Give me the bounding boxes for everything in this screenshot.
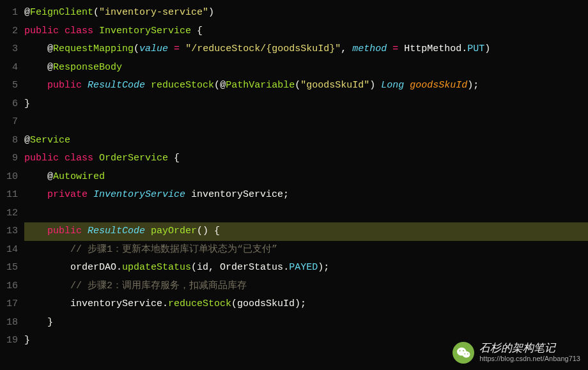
token-type: method [352, 43, 392, 54]
code-line [24, 113, 588, 132]
code-line: public ResultCode reduceStock(@PathVaria… [24, 77, 588, 95]
token-fn: reduceStock [168, 298, 231, 309]
token-kw: private [47, 189, 88, 200]
line-number: 7 [0, 113, 18, 132]
token-fn: Service [30, 135, 70, 146]
token-punc: ) [369, 80, 381, 91]
token-punc: () { [197, 226, 220, 236]
line-number: 16 [0, 277, 18, 296]
code-line: public class InventoryService { [24, 22, 588, 41]
token-punc [93, 153, 99, 164]
line-number: 10 [0, 168, 18, 187]
token-punc: , [341, 43, 352, 54]
token-kw: public [24, 153, 59, 164]
token-id: orderDAO [70, 262, 116, 273]
code-line [24, 204, 588, 223]
token-punc [145, 80, 151, 91]
token-punc: @ [47, 43, 53, 54]
token-punc: @ [24, 135, 30, 146]
svg-point-1 [463, 351, 470, 358]
token-kw: public [47, 226, 82, 236]
token-punc [180, 43, 185, 54]
token-punc [145, 226, 151, 236]
line-number: 2 [0, 22, 18, 41]
code-line: } [24, 95, 588, 114]
code-line: private InventoryService inventoryServic… [24, 186, 588, 204]
token-op: = [174, 43, 180, 54]
code-line: @ResponseBody [24, 59, 588, 77]
token-type: value [139, 43, 174, 54]
line-number: 19 [0, 332, 18, 350]
token-punc: . [162, 298, 168, 309]
token-punc: . [116, 262, 122, 273]
token-type: InventoryService [93, 189, 185, 200]
token-punc [93, 26, 99, 36]
token-punc: { [191, 26, 203, 36]
token-punc: @ [24, 7, 30, 18]
line-number: 14 [0, 241, 18, 259]
token-fn: updateStatus [122, 262, 191, 273]
code-line: orderDAO.updateStatus(id, OrderStatus.PA… [24, 259, 588, 277]
svg-point-4 [465, 353, 466, 355]
line-number: 18 [0, 314, 18, 332]
token-comment: // 步骤1：更新本地数据库订单状态为“已支付” [70, 244, 277, 255]
token-type: Long [381, 80, 404, 91]
token-punc: @ [47, 171, 53, 182]
token-punc: @ [47, 62, 53, 73]
token-punc: ( [295, 80, 300, 91]
token-punc [82, 80, 88, 91]
code-line: @Autowired [24, 168, 588, 187]
token-op: = [392, 43, 398, 54]
token-punc: ) [484, 43, 490, 54]
code-line: inventoryService.reduceStock(goodsSkuId)… [24, 295, 588, 314]
token-fn: FeignClient [30, 7, 93, 18]
token-var: goodsSkuId [410, 80, 467, 91]
token-punc: (id, [191, 262, 220, 273]
code-line: // 步骤1：更新本地数据库订单状态为“已支付” [24, 241, 588, 259]
token-punc: inventoryService; [185, 189, 289, 200]
code-line: @FeignClient("inventory-service") [24, 4, 588, 22]
token-fn: RequestMapping [53, 43, 134, 54]
token-fn: InventoryService [99, 26, 191, 36]
wechat-icon [453, 342, 474, 364]
token-punc: ) [208, 7, 214, 18]
token-fn: reduceStock [151, 80, 214, 91]
token-fn: payOrder [151, 226, 197, 236]
token-punc [404, 80, 410, 91]
token-fn: ResponseBody [53, 62, 122, 73]
watermark-title: 石杉的架构笔记 [479, 343, 580, 355]
token-punc: ); [318, 262, 329, 273]
token-punc: } [24, 335, 30, 346]
token-str: "goodsSkuId" [300, 80, 369, 91]
token-kw: class [65, 26, 93, 36]
svg-point-3 [463, 350, 464, 351]
code-line: public class OrderService { [24, 150, 588, 168]
token-punc: @ [220, 80, 226, 91]
token-punc: ( [214, 80, 220, 91]
token-punc: } [47, 317, 53, 328]
watermark-url: https://blog.csdn.net/Anbang713 [479, 355, 580, 363]
line-number: 17 [0, 295, 18, 314]
token-kw: public [24, 26, 59, 36]
token-fn: Autowired [53, 171, 105, 182]
token-const: PAYED [289, 262, 318, 273]
line-number: 8 [0, 132, 18, 150]
token-punc: . [283, 262, 289, 273]
token-fn: PathVariable [226, 80, 295, 91]
line-number: 4 [0, 59, 18, 77]
token-punc: } [24, 98, 30, 109]
token-punc [398, 43, 404, 54]
token-str: "inventory-service" [99, 7, 208, 18]
token-punc: . [461, 43, 467, 54]
code-line: @Service [24, 132, 588, 150]
code-line: @RequestMapping(value = "/reduceStock/{g… [24, 40, 588, 59]
line-number: 6 [0, 95, 18, 114]
code-line: // 步骤2：调用库存服务，扣减商品库存 [24, 277, 588, 296]
line-number-gutter: 12345678910111213141516171819 [0, 4, 24, 370]
token-type: ResultCode [88, 226, 145, 236]
code-area: @FeignClient("inventory-service")public … [24, 4, 588, 370]
line-number: 11 [0, 186, 18, 204]
token-id: OrderStatus [220, 262, 283, 273]
token-punc: ( [134, 43, 139, 54]
line-number: 13 [0, 222, 18, 241]
